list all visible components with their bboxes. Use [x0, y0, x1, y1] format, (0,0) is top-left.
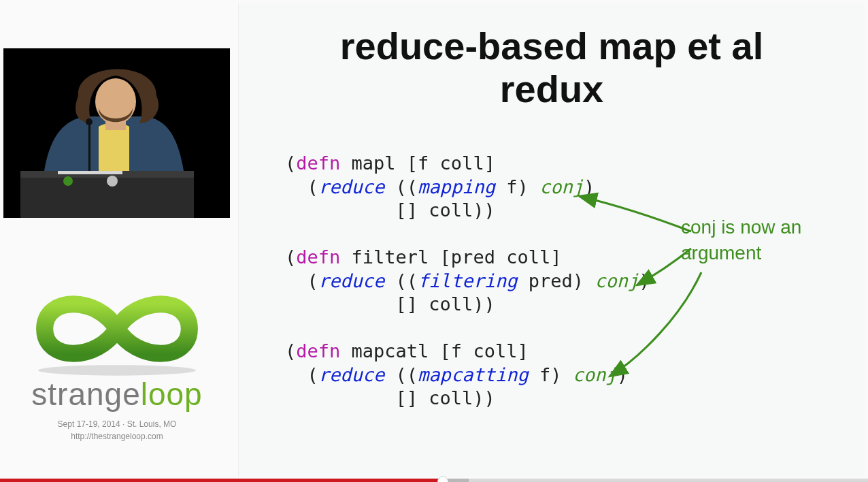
slide-title-line2: redux [239, 68, 865, 111]
svg-point-5 [107, 176, 118, 187]
conference-url: http://thestrangeloop.com [15, 430, 219, 443]
video-scrubber-knob[interactable] [437, 476, 448, 482]
code-block-2: (defn filterl [pred coll] (reduce ((filt… [285, 246, 650, 315]
sidebar: strangeloop Sept 17-19, 2014 · St. Louis… [0, 0, 238, 477]
svg-point-10 [38, 365, 196, 375]
speaker-video-thumbnail [3, 48, 230, 218]
video-played-indicator [0, 479, 443, 482]
video-progress-bar[interactable] [0, 479, 868, 482]
conference-caption: Sept 17-19, 2014 · St. Louis, MO http://… [15, 418, 219, 443]
slide-title: reduce-based map et al redux [239, 25, 865, 110]
conference-name-accent: loop [141, 376, 203, 412]
slide-title-line1: reduce-based map et al [239, 25, 865, 68]
svg-point-9 [86, 118, 93, 125]
svg-rect-1 [20, 171, 194, 218]
conference-branding: strangeloop Sept 17-19, 2014 · St. Louis… [15, 278, 219, 443]
svg-point-4 [63, 176, 73, 186]
code-block-3: (defn mapcatl [f coll] (reduce ((mapcatt… [285, 340, 628, 408]
annotation-text: conj is now an argument [681, 214, 844, 266]
annotation-line2: argument [681, 240, 844, 266]
svg-rect-8 [88, 123, 90, 171]
code-listing: (defn mapl [f coll] (reduce ((mapping f)… [285, 152, 650, 411]
conference-name-prefix: strange [31, 376, 140, 412]
annotation-line1: conj is now an [681, 214, 844, 240]
slide: reduce-based map et al redux (defn mapl … [238, 3, 865, 477]
conference-dates: Sept 17-19, 2014 · St. Louis, MO [15, 418, 219, 430]
infinity-logo-icon [18, 278, 216, 380]
svg-point-7 [95, 78, 136, 125]
code-block-1: (defn mapl [f coll] (reduce ((mapping f)… [285, 152, 595, 221]
conference-name: strangeloop [15, 376, 219, 413]
speaker-illustration [3, 48, 230, 218]
